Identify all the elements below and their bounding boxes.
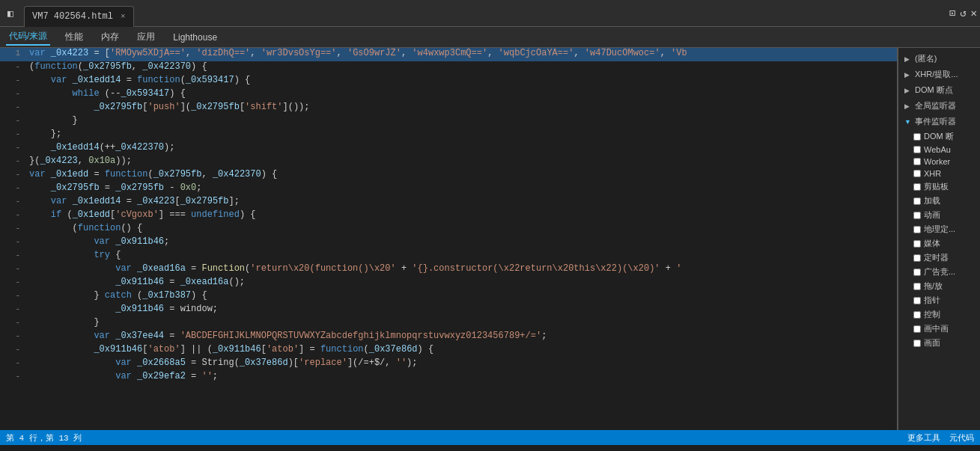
status-position: 第 4 行，第 13 列: [6, 432, 82, 444]
line-code[interactable]: var _0x1edd14 = function(_0x593417) {: [26, 75, 897, 88]
menu-item-performance[interactable]: 性能: [62, 29, 86, 45]
menu-item-source[interactable]: 代码/来源: [6, 28, 50, 46]
right-sub-item[interactable]: 画中画: [898, 322, 980, 336]
event-checkbox[interactable]: [913, 254, 921, 262]
tab-vm7[interactable]: VM7 402564.html ×: [24, 6, 134, 27]
line-code[interactable]: try {: [26, 250, 897, 263]
event-checkbox[interactable]: [913, 311, 921, 319]
main-layout: 1var _0x4223 = ['RMOyw5XDjA==', 'dizDhQ=…: [0, 48, 980, 430]
line-code[interactable]: }: [26, 115, 897, 129]
event-checkbox[interactable]: [913, 170, 921, 177]
right-sub-item[interactable]: 媒体: [898, 236, 980, 251]
refresh-icon[interactable]: ↺: [960, 7, 966, 19]
line-code[interactable]: _0x1edd14(++_0x422370);: [26, 142, 897, 156]
event-checkbox[interactable]: [913, 212, 921, 219]
right-sub-item[interactable]: 加载: [898, 194, 980, 208]
line-code[interactable]: (function() {: [26, 223, 897, 236]
menu-item-application[interactable]: 应用: [134, 29, 158, 45]
close-panel-icon[interactable]: ✕: [971, 7, 977, 19]
right-sub-item[interactable]: 画面: [898, 336, 980, 350]
line-code[interactable]: } catch (_0x17b387) {: [26, 290, 897, 304]
right-sub-item[interactable]: 拖/放: [898, 279, 980, 293]
sidebar-toggle-icon[interactable]: ⊡: [949, 7, 955, 19]
menu-item-lighthouse[interactable]: Lighthouse: [170, 31, 220, 44]
line-number: -: [0, 263, 26, 277]
event-checkbox[interactable]: [913, 325, 921, 333]
code-scroll-area[interactable]: 1var _0x4223 = ['RMOyw5XDjA==', 'dizDhQ=…: [0, 48, 897, 430]
tab-right-icons: ⊡ ↺ ✕: [949, 7, 977, 19]
line-number: -: [0, 182, 26, 196]
line-code[interactable]: };: [26, 129, 897, 142]
line-code[interactable]: while (--_0x593417) {: [26, 88, 897, 102]
right-sub-item[interactable]: WebAu: [898, 144, 980, 156]
line-code[interactable]: var _0x37ee44 = 'ABCDEFGHIJKLMNOPQRSTUVW…: [26, 331, 897, 344]
right-section-header[interactable]: ▶DOM 断点: [898, 82, 980, 98]
line-code[interactable]: }(_0x4223, 0x10a));: [26, 156, 897, 169]
line-number: -: [0, 196, 26, 209]
line-code[interactable]: _0x2795fb['push'](_0x2795fb['shift']());: [26, 102, 897, 115]
table-row: - _0x2795fb['push'](_0x2795fb['shift']()…: [0, 102, 897, 115]
event-checkbox[interactable]: [913, 197, 921, 205]
line-number: -: [0, 61, 26, 75]
line-code[interactable]: var _0x29efa2 = '';: [26, 371, 897, 384]
tab-close-button[interactable]: ×: [121, 12, 126, 21]
line-code[interactable]: var _0xead16a = Function('return\x20(fun…: [26, 263, 897, 277]
line-code[interactable]: var _0x1edd14 = _0x4223[_0x2795fb];: [26, 196, 897, 209]
right-sub-item[interactable]: 剪贴板: [898, 180, 980, 194]
line-code[interactable]: var _0x2668a5 = String(_0x37e86d)['repla…: [26, 358, 897, 371]
status-more-tools[interactable]: 更多工具: [907, 432, 940, 444]
line-code[interactable]: }: [26, 317, 897, 331]
event-checkbox[interactable]: [913, 183, 921, 191]
right-sub-item[interactable]: 地理定...: [898, 222, 980, 236]
line-number: -: [0, 344, 26, 358]
line-code[interactable]: _0x911b46 = window;: [26, 304, 897, 317]
right-sub-item[interactable]: DOM 断: [898, 129, 980, 144]
right-sub-item[interactable]: XHR: [898, 168, 980, 180]
event-checkbox[interactable]: [913, 226, 921, 233]
right-section-header[interactable]: ▼事件监听器: [898, 114, 980, 129]
tab-bar: ◧ VM7 402564.html × ⊡ ↺ ✕: [0, 0, 980, 27]
table-row: - }: [0, 115, 897, 129]
right-sub-item[interactable]: 控制: [898, 307, 980, 322]
sub-item-label: 剪贴板: [924, 181, 949, 192]
panel-icon[interactable]: ◧: [3, 6, 18, 21]
line-number: -: [0, 236, 26, 250]
sub-item-label: 广告竞...: [924, 266, 955, 277]
table-row: -var _0x1edd = function(_0x2795fb, _0x42…: [0, 169, 897, 182]
table-row: - var _0x1edd14 = _0x4223[_0x2795fb];: [0, 196, 897, 209]
event-checkbox[interactable]: [913, 146, 921, 153]
right-sub-item[interactable]: 定时器: [898, 251, 980, 265]
line-code[interactable]: var _0x911b46;: [26, 236, 897, 250]
line-code[interactable]: (function(_0x2795fb, _0x422370) {: [26, 61, 897, 75]
event-checkbox[interactable]: [913, 269, 921, 276]
line-code[interactable]: var _0x1edd = function(_0x2795fb, _0x422…: [26, 169, 897, 182]
right-section-header[interactable]: ▶(匿名): [898, 51, 980, 67]
line-code[interactable]: _0x911b46 = _0xead16a();: [26, 277, 897, 290]
right-sub-item[interactable]: Worker: [898, 156, 980, 168]
menu-item-memory[interactable]: 内存: [98, 29, 122, 45]
event-checkbox[interactable]: [913, 340, 921, 347]
sub-item-label: 控制: [924, 309, 940, 320]
right-sub-item[interactable]: 指针: [898, 293, 980, 307]
sub-item-label: XHR: [924, 169, 941, 178]
line-number: -: [0, 169, 26, 182]
event-checkbox[interactable]: [913, 240, 921, 248]
right-sub-item[interactable]: 动画: [898, 208, 980, 222]
event-checkbox[interactable]: [913, 297, 921, 304]
sub-item-label: 拖/放: [924, 280, 943, 292]
status-meta-code[interactable]: 元代码: [949, 432, 974, 444]
table-row: - _0x911b46 = _0xead16a();: [0, 277, 897, 290]
line-code[interactable]: var _0x4223 = ['RMOyw5XDjA==', 'dizDhQ==…: [26, 48, 897, 61]
table-row: - var _0x2668a5 = String(_0x37e86d)['rep…: [0, 358, 897, 371]
right-section-header[interactable]: ▶全局监听器: [898, 98, 980, 114]
event-checkbox[interactable]: [913, 133, 921, 141]
table-row: -}(_0x4223, 0x10a));: [0, 156, 897, 169]
right-section-header[interactable]: ▶XHR/提取...: [898, 67, 980, 82]
event-checkbox[interactable]: [913, 158, 921, 165]
line-code[interactable]: _0x2795fb = _0x2795fb - 0x0;: [26, 182, 897, 196]
section-arrow-icon: ▶: [904, 71, 912, 79]
event-checkbox[interactable]: [913, 283, 921, 290]
right-sub-item[interactable]: 广告竞...: [898, 265, 980, 279]
line-code[interactable]: _0x911b46['atob'] || (_0x911b46['atob'] …: [26, 344, 897, 358]
line-code[interactable]: if (_0x1edd['cVgoxb'] === undefined) {: [26, 209, 897, 223]
